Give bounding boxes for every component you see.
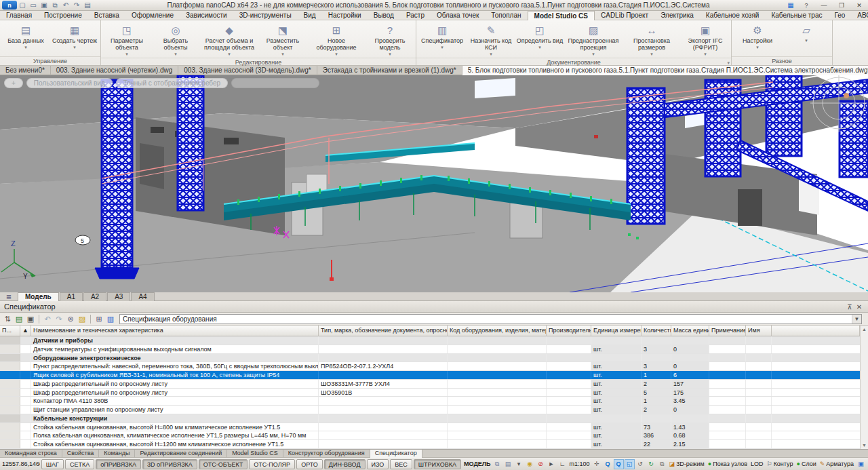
sort-icon[interactable]: ⇅ [2,314,13,324]
layout-tab-a4[interactable]: A4 [131,292,154,301]
new-file-icon[interactable]: ▢ [17,1,28,10]
table-row[interactable]: Полка кабельная оцинкованная, климатичес… [0,431,868,440]
ribbon-tab-растр[interactable]: Растр [400,11,431,20]
ribbon-tab-вставка[interactable]: Вставка [88,11,125,20]
undo-table-icon[interactable]: ↶ [42,314,53,324]
document-tab[interactable]: Эстакада с тройниками и врезкой (1).dwg* [317,66,462,75]
fullscreen-icon[interactable]: ▣ [856,459,866,469]
export-table-icon[interactable]: ⊞ [94,314,104,324]
pan-icon[interactable]: ✛ [592,459,602,469]
panel-tab-model-studio-cs[interactable]: Model Studio CS [227,450,283,458]
ribbon-button-check-model-icon[interactable]: ?Проверить модель▾ [366,22,414,58]
table-vscrollbar[interactable]: ▲▼ [860,326,868,449]
redo-icon[interactable]: ↷ [71,1,82,10]
ribbon-button-database-icon[interactable]: ▤База данных▾ [1,22,50,56]
undo-icon[interactable]: ↶ [60,1,71,10]
ribbon-tab-cadlib-проект[interactable]: CADLib Проект [595,11,654,20]
table-group-row[interactable]: Датчики и приборы [0,336,868,345]
ribbon-button-preset-projection-icon[interactable]: ▨Преднастроенная проекция▾ [564,22,623,58]
zoom-rect-icon[interactable]: ◱ [625,459,635,469]
ribbon-tab-model-studio-cs[interactable]: Model Studio CS [528,11,595,20]
status-toggle-штриховка[interactable]: ШТРИХОВКА [414,459,461,469]
column-header[interactable]: Наименование и техническая характеристик… [31,326,319,336]
export-excel-icon[interactable]: ▤ [14,314,24,324]
zoom-window-icon[interactable]: Q [614,459,624,469]
minimize-button[interactable]: — [815,1,833,10]
cells-icon[interactable]: ▨ [77,314,87,324]
ribbon-button-ksi-code-icon[interactable]: ✎Назначить код КСИ▾ [467,22,515,58]
ribbon-tab-гео[interactable]: Гео [828,11,851,20]
column-header[interactable]: Примечание [709,326,746,336]
panel-tab-командная-строка[interactable]: Командная строка [0,450,62,458]
layout-list-icon[interactable]: ≣ [0,293,18,300]
table-row[interactable]: Щит станции управления по опросному лист… [0,406,868,414]
viewport-extra-button[interactable] [231,78,319,88]
ribbon-button-volume-calc-icon[interactable]: ◆Расчет объема и площади объекта▾ [200,22,258,58]
table-row[interactable]: Стойка кабельная оцинкованная, высотой Н… [0,440,868,449]
status-toggle-сетка[interactable]: СЕТКА [65,459,94,469]
ribbon-tab-кабельные-трас[interactable]: Кабельные трас [765,11,828,20]
layout-tab-a1[interactable]: A1 [60,292,83,301]
maximize-button[interactable]: ❐ [833,1,850,10]
visual-style-button[interactable]: Точный с отображением ребер [116,78,228,88]
save-table-icon[interactable]: ▣ [25,314,36,324]
ribbon-tab-кабельное-хозяй[interactable]: Кабельное хозяй [700,11,766,20]
close-button[interactable]: ✕ [850,1,868,10]
link-icon[interactable]: ⧉ [492,459,502,469]
sheet-icon[interactable]: ▤ [503,459,513,469]
column-header[interactable]: ▲ [20,326,31,336]
status-toggle-орто[interactable]: ОРТО [296,459,323,469]
column-header[interactable]: Масса единицы, кг [671,326,709,336]
layout-tab-a2[interactable]: A2 [83,292,106,301]
columns-icon[interactable]: ▥ [105,314,116,324]
ribbon-button-settings-icon[interactable]: ⚙Настройки▾ [733,22,782,56]
ribbon-tab-оформление[interactable]: Оформление [125,11,180,20]
ribbon-tab-главная[interactable]: Главная [0,11,38,20]
table-row[interactable]: Контактор ПМА 4110 380Вшт.13.45 [0,397,868,406]
3d-viewport[interactable]: Z Y 5 + Пользовательский вид Точный с от… [0,75,868,292]
panel-tab-свойства[interactable]: Свойства [62,450,100,458]
ribbon-tab-топоплан[interactable]: Топоплан [485,11,527,20]
ucs-icon[interactable]: ∟ [557,459,568,469]
table-row[interactable]: Шкаф распределительный по опросному лист… [0,380,868,389]
column-header[interactable]: Производитель [547,326,591,336]
status-toggle-3d-опривязка[interactable]: 3D оПРИВЯЗКА [142,459,197,469]
column-header[interactable]: Единица измерения [591,326,642,336]
model-space-label[interactable]: МОДЕЛЬ [464,461,491,467]
close-panel-icon[interactable]: ✕ [854,303,864,311]
ribbon-button-object-params-icon[interactable]: ◳Параметры объекта▾ [102,22,151,58]
table-row[interactable]: Пункт распределительный: навесной, перем… [0,362,868,371]
panel-tab-редактирование-соединений[interactable]: Редактирование соединений [135,450,227,458]
ribbon-tab-вывод[interactable]: Вывод [368,11,400,20]
table-row[interactable]: Шкаф распределительный по опросному лист… [0,389,868,397]
panel-tab-спецификатор[interactable]: Спецификатор [370,450,422,458]
table-row[interactable]: Датчик температуры с унифицированным вых… [0,345,868,354]
zoom-icon[interactable]: Q [603,459,613,469]
table-group-row[interactable]: Оборудование электротехническое [0,354,868,363]
table-row[interactable]: Стойка кабельная оцинкованная, высотой Н… [0,423,868,432]
column-header[interactable]: П... [0,326,20,336]
status-toggle-дин-ввод[interactable]: ДИН-ВВОД [324,459,366,469]
ribbon-tab-построение[interactable]: Построение [38,11,88,20]
cube-3d-icon[interactable]: ◪3D-режим [668,459,706,469]
save-all-icon[interactable]: ⧉ [50,1,60,10]
ribbon-button-select-objects-icon[interactable]: ◎Выбрать объекты▾ [151,22,200,58]
refresh-icon[interactable]: ↻ [646,459,656,469]
ribbon-button-create-drawing-icon[interactable]: ▦Создать чертеж▾ [50,22,99,56]
status-toggle-опривязка[interactable]: оПРИВЯЗКА [96,459,141,469]
column-header[interactable]: Имя [746,326,772,336]
ribbon-tab-авс-сметы[interactable]: АВС Сметы [851,11,868,20]
lightbulb-icon[interactable]: ◉ [525,459,535,469]
ribbon-button-folder-icon[interactable]: ▱▾ [782,22,831,56]
ribbon-tab-электрика[interactable]: Электрика [654,11,700,20]
ribbon-tab-вид[interactable]: Вид [298,11,322,20]
view-name-button[interactable]: Пользовательский вид [26,78,113,88]
panel-tab-команды[interactable]: Команды [99,450,135,458]
combo-dropdown-icon[interactable]: ▼ [852,315,861,324]
layers-dot-icon[interactable]: ●Слои [795,459,817,469]
ribbon-button-specifier-icon[interactable]: ▥Спецификатор▾ [418,22,467,58]
column-header[interactable]: Количество [642,326,671,336]
status-item[interactable]: LOD [749,459,765,469]
calendar-icon[interactable]: ▦ [784,1,797,9]
ribbon-tab-3d-инструменты[interactable]: 3D-инструменты [233,11,298,20]
